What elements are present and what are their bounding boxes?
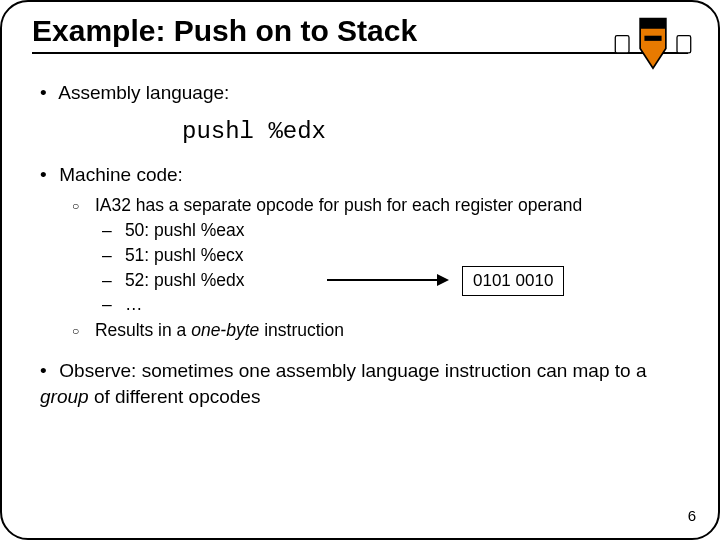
opcode-52: – 52: pushl %edx 0101 0010	[102, 269, 688, 293]
opcode-51: – 51: pushl %ecx	[102, 244, 688, 268]
dash-icon: –	[102, 244, 120, 268]
bullet-icon: •	[40, 80, 54, 106]
arrow-icon	[327, 279, 447, 281]
bullet-observe: • Observe: sometimes one assembly langua…	[40, 358, 688, 409]
bullet-assembly: • Assembly language:	[40, 80, 688, 106]
opcode-52-text: 52: pushl %edx	[125, 270, 245, 290]
svg-rect-2	[644, 36, 661, 41]
bullet-icon: •	[40, 358, 54, 384]
subbullet-result: ○ Results in a one-byte instruction	[72, 319, 688, 343]
bullet-machine-label: Machine code:	[59, 164, 183, 185]
bullet-icon: •	[40, 162, 54, 188]
subbullet-ia32-text: IA32 has a separate opcode for push for …	[95, 195, 582, 215]
observe-post: of different opcodes	[89, 386, 261, 407]
bullet-assembly-label: Assembly language:	[58, 82, 229, 103]
circle-icon: ○	[72, 323, 90, 339]
dash-icon: –	[102, 293, 120, 317]
code-pushl: pushl %edx	[182, 116, 688, 148]
slide-body: • Assembly language: pushl %edx • Machin…	[2, 60, 718, 410]
opcode-ellipsis-text: …	[125, 294, 143, 314]
subbullet-ia32: ○ IA32 has a separate opcode for push fo…	[72, 194, 688, 218]
binary-box: 0101 0010	[462, 266, 564, 297]
svg-rect-1	[677, 36, 691, 53]
dash-icon: –	[102, 269, 120, 293]
result-post: instruction	[259, 320, 344, 340]
result-em: one-byte	[191, 320, 259, 340]
opcode-51-text: 51: pushl %ecx	[125, 245, 244, 265]
slide-title: Example: Push on to Stack	[32, 14, 688, 48]
page-number: 6	[688, 507, 696, 524]
title-underline	[32, 52, 688, 54]
dash-icon: –	[102, 219, 120, 243]
opcode-ellipsis: – …	[102, 293, 688, 317]
opcode-50: – 50: pushl %eax	[102, 219, 688, 243]
princeton-logo	[608, 10, 698, 70]
observe-pre: Observe: sometimes one assembly language…	[59, 360, 646, 381]
slide-frame: Example: Push on to Stack • Assembly lan…	[0, 0, 720, 540]
svg-rect-0	[615, 36, 629, 53]
result-pre: Results in a	[95, 320, 191, 340]
observe-em: group	[40, 386, 89, 407]
bullet-machine: • Machine code:	[40, 162, 688, 188]
circle-icon: ○	[72, 198, 90, 214]
opcode-50-text: 50: pushl %eax	[125, 220, 245, 240]
